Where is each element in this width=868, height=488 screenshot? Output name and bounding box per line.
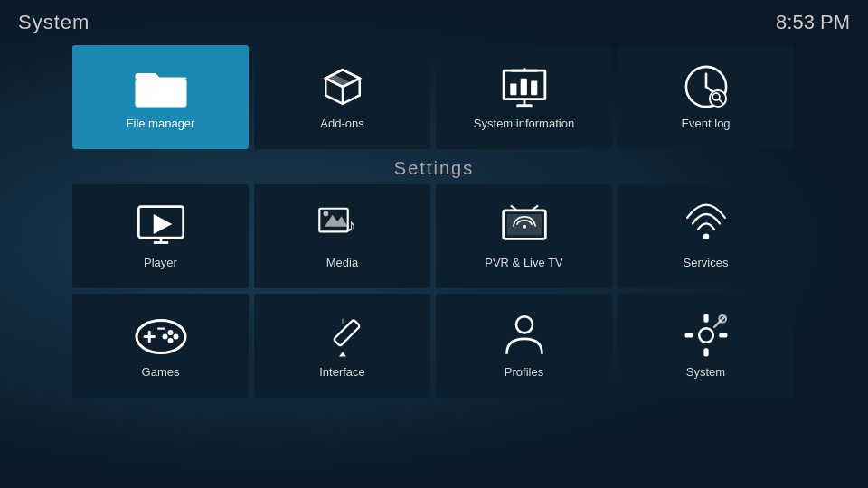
media-icon: ♪: [316, 203, 370, 249]
profiles-icon: [497, 313, 552, 358]
tile-file-manager[interactable]: File manager: [72, 45, 249, 149]
clock: 8:53 PM: [776, 11, 850, 34]
svg-point-39: [173, 334, 178, 340]
tile-system-information[interactable]: System information: [436, 45, 612, 149]
svg-rect-0: [135, 79, 186, 108]
page: System 8:53 PM File manager: [0, 0, 868, 488]
svg-point-40: [167, 338, 173, 343]
interface-label: Interface: [319, 365, 365, 379]
header: System 8:53 PM: [0, 0, 868, 42]
pvr-live-tv-icon: [497, 203, 552, 249]
svg-rect-9: [520, 79, 526, 96]
svg-rect-10: [531, 81, 537, 96]
add-ons-label: Add-ons: [320, 117, 363, 130]
svg-rect-50: [684, 333, 693, 337]
page-title: System: [18, 11, 90, 34]
tile-services[interactable]: Services: [618, 184, 794, 288]
svg-line-45: [340, 319, 345, 324]
tile-event-log[interactable]: Event log: [618, 45, 794, 149]
services-icon: [679, 203, 733, 249]
svg-rect-51: [719, 333, 727, 337]
tile-player[interactable]: Player: [72, 184, 249, 288]
svg-rect-49: [703, 348, 708, 356]
svg-point-33: [522, 225, 525, 229]
system-label: System: [686, 365, 725, 379]
svg-marker-26: [325, 215, 348, 227]
add-ons-icon: [316, 64, 370, 109]
tile-pvr-live-tv[interactable]: PVR & Live TV: [436, 184, 612, 288]
system-information-icon: [497, 64, 552, 109]
svg-marker-44: [339, 352, 346, 356]
services-label: Services: [684, 256, 729, 269]
settings-row-2: Games Interface: [0, 294, 868, 398]
svg-point-47: [699, 328, 713, 343]
tile-games[interactable]: Games: [72, 294, 249, 398]
svg-point-41: [162, 334, 167, 340]
tile-system[interactable]: System: [618, 294, 794, 398]
event-log-label: Event log: [681, 117, 730, 130]
tile-media[interactable]: ♪ Media: [254, 184, 430, 288]
pvr-live-tv-label: PVR & Live TV: [485, 256, 562, 269]
svg-point-34: [703, 233, 709, 239]
file-manager-label: File manager: [127, 117, 195, 130]
tile-add-ons[interactable]: Add-ons: [254, 45, 430, 149]
svg-point-46: [515, 316, 532, 333]
top-tiles-row: File manager Add-ons: [0, 45, 868, 149]
event-log-icon: [679, 64, 733, 109]
svg-rect-48: [703, 314, 708, 323]
settings-heading: Settings: [0, 158, 868, 179]
tile-profiles[interactable]: Profiles: [436, 294, 612, 398]
games-icon: [134, 313, 188, 358]
svg-rect-8: [510, 83, 516, 95]
player-icon: [134, 203, 188, 249]
games-label: Games: [142, 365, 180, 379]
svg-rect-43: [333, 320, 359, 346]
svg-point-18: [709, 90, 725, 107]
svg-text:♪: ♪: [346, 215, 355, 235]
tile-interface[interactable]: Interface: [254, 294, 430, 398]
interface-icon: [316, 313, 370, 358]
player-label: Player: [144, 256, 177, 269]
svg-point-27: [323, 211, 328, 217]
media-label: Media: [326, 256, 358, 269]
system-icon: [679, 313, 733, 358]
svg-marker-22: [153, 214, 172, 234]
svg-point-38: [167, 330, 173, 335]
system-information-label: System information: [474, 117, 574, 130]
file-manager-icon: [134, 64, 188, 109]
settings-row-1: Player ♪ Media: [0, 184, 868, 288]
profiles-label: Profiles: [505, 365, 543, 379]
